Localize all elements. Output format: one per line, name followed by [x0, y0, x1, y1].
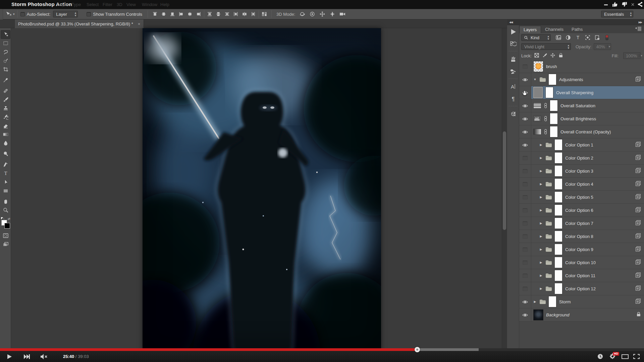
- scrollbar-thumb[interactable]: [503, 131, 506, 230]
- fill-value-box[interactable]: 100% ▾: [623, 52, 641, 59]
- dodge-tool[interactable]: [1, 149, 10, 158]
- gradient-tool[interactable]: [1, 130, 10, 139]
- expand-group-icon[interactable]: ▶: [539, 261, 543, 264]
- layer-row[interactable]: ▶ Color Option 7: [519, 217, 644, 230]
- visibility-toggle-empty[interactable]: [519, 217, 531, 230]
- group-mask-thumbnail[interactable]: [554, 191, 562, 203]
- layer-row[interactable]: Background: [519, 308, 644, 321]
- 3d-panel-icon[interactable]: [507, 108, 519, 120]
- visibility-toggle-empty[interactable]: [519, 60, 531, 73]
- 3d-roll-icon[interactable]: [308, 10, 317, 18]
- swap-colors-icon[interactable]: ⇄: [8, 217, 10, 221]
- lock-transparent-pixels-icon[interactable]: [534, 53, 539, 59]
- minimize-icon[interactable]: [604, 1, 608, 7]
- lock-image-pixels-icon[interactable]: [542, 53, 547, 59]
- brush-tool[interactable]: [1, 95, 10, 104]
- layer-row[interactable]: ▶ Color Option 4: [519, 178, 644, 191]
- visibility-eye-toggle[interactable]: [519, 73, 531, 86]
- move-tool[interactable]: [1, 30, 10, 39]
- expand-group-icon[interactable]: ▶: [539, 182, 543, 186]
- layer-row[interactable]: ▶ Color Option 12: [519, 282, 644, 295]
- layer-mask-thumbnail[interactable]: [545, 87, 553, 98]
- menu-type[interactable]: Type: [71, 2, 81, 7]
- layer-row[interactable]: ▶ Color Option 3: [519, 165, 644, 178]
- tab-channels[interactable]: Channels: [541, 26, 568, 33]
- layer-row[interactable]: ▶ Color Option 2: [519, 152, 644, 165]
- filter-toggle-icon[interactable]: [604, 35, 610, 41]
- align-left-edges-icon[interactable]: [177, 10, 185, 18]
- play-button[interactable]: [0, 351, 19, 362]
- layer-thumbnail[interactable]: [533, 61, 543, 72]
- menu-view[interactable]: View: [126, 2, 136, 7]
- pen-tool[interactable]: [1, 160, 10, 169]
- 3d-pan-icon[interactable]: [318, 10, 327, 18]
- share-icon[interactable]: [638, 1, 643, 7]
- type-tool[interactable]: T: [1, 169, 10, 178]
- clone-stamp-tool[interactable]: [1, 104, 10, 113]
- group-mask-thumbnail[interactable]: [554, 178, 562, 190]
- distribute-vertical-centers-icon[interactable]: [214, 10, 223, 18]
- eraser-tool[interactable]: [1, 121, 10, 130]
- zoom-tool[interactable]: [1, 206, 10, 215]
- history-icon[interactable]: [507, 38, 519, 50]
- adjustment-thumbnail[interactable]: [533, 87, 543, 98]
- volume-muted-button[interactable]: [35, 351, 54, 362]
- align-bottom-edges-icon[interactable]: [168, 10, 177, 18]
- expand-group-icon[interactable]: ▶: [539, 235, 543, 238]
- character-icon[interactable]: A: [507, 80, 519, 93]
- visibility-toggle-empty[interactable]: [519, 269, 531, 282]
- rectangular-marquee-tool[interactable]: [1, 39, 10, 48]
- expand-group-icon[interactable]: ▶: [539, 274, 543, 277]
- visibility-eye-toggle[interactable]: [519, 295, 531, 308]
- hand-tool[interactable]: [1, 197, 10, 206]
- history-brush-tool[interactable]: [1, 113, 10, 121]
- watch-later-icon[interactable]: [594, 351, 606, 362]
- layer-row[interactable]: ▶ Color Option 1: [519, 138, 644, 152]
- 3d-orbit-icon[interactable]: [298, 10, 307, 18]
- menu-select[interactable]: Select: [87, 2, 99, 7]
- 3d-slide-icon[interactable]: [328, 10, 337, 18]
- visibility-toggle-empty[interactable]: [519, 178, 531, 191]
- visibility-eye-toggle[interactable]: [519, 86, 531, 99]
- visibility-eye-toggle[interactable]: [519, 99, 531, 112]
- layer-row[interactable]: Overall Brightness: [519, 112, 644, 125]
- visibility-toggle-empty[interactable]: [519, 256, 531, 269]
- layer-mask-thumbnail[interactable]: [550, 113, 558, 124]
- layer-row[interactable]: ▶ Color Option 5: [519, 191, 644, 204]
- align-top-edges-icon[interactable]: [151, 10, 159, 18]
- visibility-toggle-empty[interactable]: [519, 191, 531, 204]
- layer-row[interactable]: ▼ Adjustments: [519, 73, 644, 86]
- filter-kind-select[interactable]: Kind ▴▾: [521, 34, 551, 41]
- menu-layer[interactable]: Layer: [57, 2, 68, 7]
- expand-group-icon[interactable]: ▶: [539, 248, 543, 251]
- layer-row[interactable]: ▶ Color Option 6: [519, 204, 644, 217]
- group-mask-thumbnail[interactable]: [548, 296, 556, 307]
- group-mask-thumbnail[interactable]: [554, 231, 562, 242]
- filter-adjustment-layers-icon[interactable]: [565, 35, 572, 41]
- screen-mode-icon[interactable]: [1, 240, 10, 249]
- progress-scrubber[interactable]: [415, 347, 420, 352]
- menu-filter[interactable]: Filter: [103, 2, 112, 7]
- panel-menu-icon[interactable]: [635, 27, 641, 31]
- expand-group-icon[interactable]: ▶: [533, 300, 537, 303]
- menu-3d[interactable]: 3D: [117, 2, 122, 7]
- crop-tool[interactable]: [1, 65, 10, 74]
- lock-all-icon[interactable]: [558, 53, 563, 59]
- visibility-eye-toggle[interactable]: [519, 112, 531, 125]
- rectangle-shape-tool[interactable]: [1, 186, 10, 195]
- close-icon[interactable]: [631, 3, 635, 6]
- menu-window[interactable]: Window: [142, 2, 157, 7]
- align-horizontal-centers-icon[interactable]: [185, 10, 194, 18]
- blend-mode-select[interactable]: Vivid Light ▴▾: [521, 43, 571, 50]
- visibility-eye-toggle[interactable]: [519, 308, 531, 321]
- color-swatches[interactable]: ⇄: [1, 217, 10, 229]
- document-canvas[interactable]: [143, 28, 381, 351]
- actions-icon[interactable]: [507, 25, 519, 38]
- visibility-eye-toggle[interactable]: [519, 125, 531, 138]
- quick-selection-tool[interactable]: [1, 56, 10, 65]
- visibility-toggle-empty[interactable]: [519, 230, 531, 243]
- theater-mode-icon[interactable]: [619, 351, 631, 362]
- auto-select-checkbox[interactable]: [20, 12, 25, 16]
- paragraph-icon[interactable]: ¶: [507, 93, 519, 105]
- spot-healing-brush-tool[interactable]: [1, 86, 10, 95]
